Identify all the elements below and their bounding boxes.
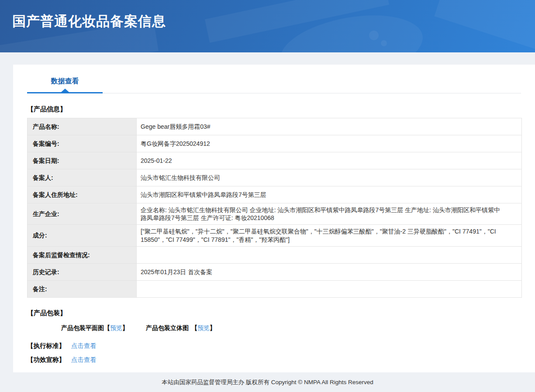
- packaging-links-row: 产品包装平面图【预览】 产品包装立体图【预览】: [27, 324, 522, 332]
- table-row: 产品名称: Gege bear唇颊多用霜03#: [28, 118, 522, 135]
- row-value-filing-number: 粤G妆网备字2025024912: [137, 135, 522, 152]
- packaging-flat-label: 产品包装平面图: [61, 324, 104, 331]
- bracket-close: 】: [122, 324, 128, 331]
- table-row: 备案后监督检查情况:: [28, 246, 522, 263]
- row-value-filer: 汕头市铭汇生物科技有限公司: [137, 169, 522, 186]
- row-label-history: 历史记录:: [28, 263, 137, 280]
- table-row: 备案人住所地址: 汕头市潮阳区和平镇紫中路凤皋路段7号第三层: [28, 186, 522, 203]
- page-title: 国产普通化妆品备案信息: [12, 12, 166, 31]
- standard-row: 【执行标准】点击查看: [27, 342, 522, 350]
- efficacy-row: 【功效宣称】点击查看: [27, 356, 522, 364]
- row-label-filing-number: 备案编号:: [28, 135, 137, 152]
- row-value-filing-date: 2025-01-22: [137, 152, 522, 169]
- packaging-flat-group: 产品包装平面图【预览】: [61, 324, 130, 331]
- section-efficacy-title: 【功效宣称】: [27, 356, 65, 363]
- tab-bar: 数据查看: [27, 65, 522, 93]
- page-footer: 本站由国家药品监督管理局主办 版权所有 Copyright © NMPA All…: [0, 372, 535, 392]
- row-label-remarks: 备注:: [28, 280, 137, 297]
- content-card: 数据查看 【产品信息】 产品名称: Gege bear唇颊多用霜03# 备案编号…: [13, 65, 535, 372]
- copyright-text: 本站由国家药品监督管理局主办 版权所有 Copyright © NMPA All…: [162, 378, 373, 386]
- efficacy-click-view-link[interactable]: 点击查看: [71, 356, 97, 363]
- tab-data-view-label: 数据查看: [51, 77, 79, 85]
- row-value-post-filing-inspection: [137, 246, 522, 263]
- row-label-ingredients: 成分:: [28, 225, 137, 246]
- row-label-product-name: 产品名称:: [28, 118, 137, 135]
- banner-decor-circle: [369, 31, 379, 40]
- row-label-manufacturer: 生产企业:: [28, 203, 137, 225]
- banner-decor-triangle: [434, 0, 535, 51]
- tab-active-caret-icon: [61, 89, 69, 92]
- table-row: 备注:: [28, 280, 522, 297]
- table-row: 历史记录: 2025年01月23日 首次备案: [28, 263, 522, 280]
- section-product-info-title: 【产品信息】: [27, 105, 522, 113]
- row-value-product-name: Gege bear唇颊多用霜03#: [137, 118, 522, 135]
- packaging-flat-preview-link[interactable]: 预览: [110, 324, 122, 331]
- table-row: 生产企业: 企业名称: 汕头市铭汇生物科技有限公司 企业地址: 汕头市潮阳区和平…: [28, 203, 522, 225]
- standard-click-view-link[interactable]: 点击查看: [71, 342, 97, 349]
- row-value-history: 2025年01月23日 首次备案: [137, 263, 522, 280]
- row-value-manufacturer: 企业名称: 汕头市铭汇生物科技有限公司 企业地址: 汕头市潮阳区和平镇紫中路凤皋…: [137, 203, 522, 225]
- bracket-close: 】: [210, 324, 216, 331]
- table-row: 备案日期: 2025-01-22: [28, 152, 522, 169]
- packaging-stereo-group: 产品包装立体图【预览】: [146, 324, 216, 331]
- packaging-stereo-preview-link[interactable]: 预览: [197, 324, 210, 331]
- row-value-filer-address: 汕头市潮阳区和平镇紫中路凤皋路段7号第三层: [137, 186, 522, 203]
- section-standard-title: 【执行标准】: [27, 342, 65, 349]
- row-value-remarks: [137, 280, 522, 297]
- row-label-filing-date: 备案日期:: [28, 152, 137, 169]
- section-packaging-title: 【产品包装】: [27, 309, 522, 317]
- product-info-table: 产品名称: Gege bear唇颊多用霜03# 备案编号: 粤G妆网备字2025…: [27, 118, 522, 298]
- bracket-open: 【: [104, 324, 110, 331]
- page-header: 国产普通化妆品备案信息: [0, 0, 535, 52]
- row-label-filer: 备案人:: [28, 169, 137, 186]
- tab-data-view[interactable]: 数据查看: [27, 77, 103, 93]
- bracket-open: 【: [191, 324, 197, 331]
- banner-decor-circle: [381, 40, 387, 46]
- table-row: 成分: ["聚二甲基硅氧烷"，"异十二烷"，"聚二甲基硅氧烷交联聚合物"，"十三…: [28, 225, 522, 246]
- row-label-filer-address: 备案人住所地址:: [28, 186, 137, 203]
- row-value-ingredients: ["聚二甲基硅氧烷"，"异十二烷"，"聚二甲基硅氧烷交联聚合物"，"十三烷醇偏苯…: [137, 225, 522, 246]
- packaging-stereo-label: 产品包装立体图: [146, 324, 189, 331]
- row-label-post-filing-inspection: 备案后监督检查情况:: [28, 246, 137, 263]
- table-row: 备案编号: 粤G妆网备字2025024912: [28, 135, 522, 152]
- table-row: 备案人: 汕头市铭汇生物科技有限公司: [28, 169, 522, 186]
